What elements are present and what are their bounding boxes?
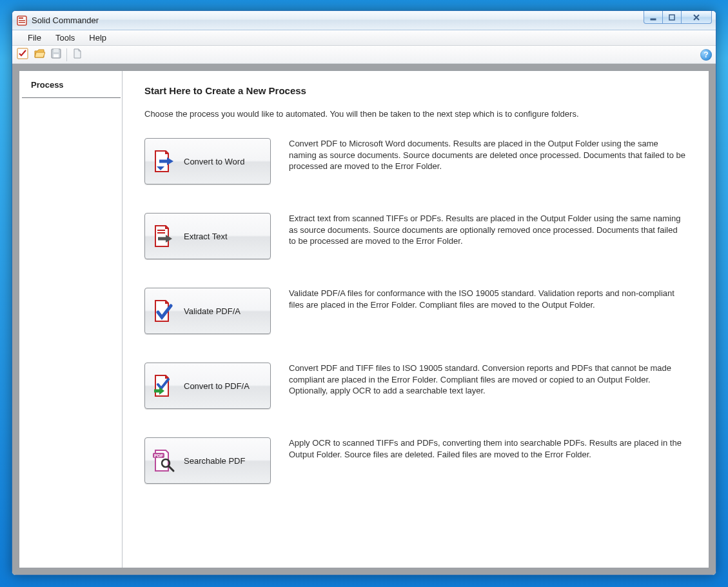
maximize-button[interactable] — [662, 11, 682, 24]
checklist-icon — [17, 48, 28, 61]
convert-to-pdfa-label: Convert to PDF/A — [184, 381, 250, 391]
minimize-button[interactable] — [644, 11, 663, 24]
toolbar: ? — [12, 46, 716, 64]
convert-to-word-icon — [152, 148, 177, 174]
close-icon — [692, 13, 701, 22]
menu-bar: File Tools Help — [12, 30, 716, 46]
main-frame: Process Start Here to Create a New Proce… — [12, 64, 716, 575]
svg-rect-5 — [669, 15, 674, 20]
process-row-searchable-pdf: PDF Searchable PDF Apply OCR to scanned … — [144, 437, 687, 484]
document-button[interactable] — [71, 48, 84, 61]
searchable-pdf-desc: Apply OCR to scanned TIFFs and PDFs, con… — [289, 437, 687, 460]
extract-text-button[interactable]: Extract Text — [144, 213, 271, 259]
folder-open-icon — [34, 48, 45, 61]
convert-to-word-label: Convert to Word — [184, 157, 244, 166]
validate-pdfa-desc: Validate PDF/A files for conformance wit… — [289, 288, 687, 310]
close-button[interactable] — [681, 11, 712, 24]
content-area: Start Here to Create a New Process Choos… — [123, 71, 709, 568]
process-row-convert-to-word: Convert to Word Convert PDF to Microsoft… — [144, 138, 687, 184]
convert-to-pdfa-desc: Convert PDF and TIFF files to ISO 19005 … — [289, 363, 687, 397]
sidebar-tab-process[interactable]: Process — [22, 80, 121, 98]
document-icon — [72, 48, 83, 61]
validate-pdfa-label: Validate PDF/A — [184, 306, 241, 316]
menu-file[interactable]: File — [21, 32, 48, 44]
convert-to-word-desc: Convert PDF to Microsoft Word documents.… — [289, 138, 687, 172]
extract-text-label: Extract Text — [184, 232, 228, 241]
checklist-button[interactable] — [16, 48, 29, 61]
main-content: Process Start Here to Create a New Proce… — [19, 70, 709, 568]
help-button[interactable]: ? — [700, 49, 712, 61]
process-row-validate-pdfa: Validate PDF/A Validate PDF/A files for … — [144, 288, 687, 334]
save-icon — [50, 48, 62, 61]
svg-rect-1 — [19, 17, 23, 19]
searchable-pdf-icon: PDF — [152, 448, 177, 473]
title-bar[interactable]: Solid Commander — [12, 11, 716, 30]
svg-rect-8 — [54, 49, 59, 52]
searchable-pdf-button[interactable]: PDF Searchable PDF — [144, 437, 271, 484]
svg-rect-10 — [157, 230, 165, 231]
svg-rect-11 — [157, 232, 165, 234]
menu-help[interactable]: Help — [83, 32, 113, 44]
extract-text-icon — [152, 223, 177, 249]
searchable-pdf-label: Searchable PDF — [184, 456, 245, 466]
convert-to-word-button[interactable]: Convert to Word — [144, 138, 271, 184]
window-title: Solid Commander — [32, 15, 99, 25]
minimize-icon — [649, 14, 657, 21]
svg-rect-3 — [19, 22, 25, 23]
convert-to-pdfa-button[interactable]: Convert to PDF/A — [144, 363, 271, 409]
convert-to-pdfa-icon — [152, 373, 177, 399]
open-button[interactable] — [33, 48, 46, 61]
svg-text:PDF: PDF — [154, 453, 164, 458]
extract-text-desc: Extract text from scanned TIFFs or PDFs.… — [289, 213, 687, 247]
page-subtitle: Choose the process you would like to aut… — [144, 109, 687, 119]
maximize-icon — [668, 14, 676, 21]
page-title: Start Here to Create a New Process — [144, 85, 687, 96]
process-row-extract-text: Extract Text Extract text from scanned T… — [144, 213, 687, 259]
save-button[interactable] — [50, 48, 63, 61]
sidebar: Process — [19, 71, 123, 568]
app-window: Solid Commander File Tools Help — [12, 10, 716, 575]
validate-pdfa-icon — [152, 298, 177, 324]
process-row-convert-to-pdfa: Convert to PDF/A Convert PDF and TIFF fi… — [144, 363, 687, 409]
svg-rect-4 — [651, 19, 656, 20]
svg-rect-2 — [19, 20, 25, 21]
app-icon — [16, 15, 28, 26]
svg-rect-9 — [54, 54, 59, 57]
menu-tools[interactable]: Tools — [49, 32, 81, 44]
toolbar-separator — [66, 48, 67, 61]
validate-pdfa-button[interactable]: Validate PDF/A — [144, 288, 271, 334]
